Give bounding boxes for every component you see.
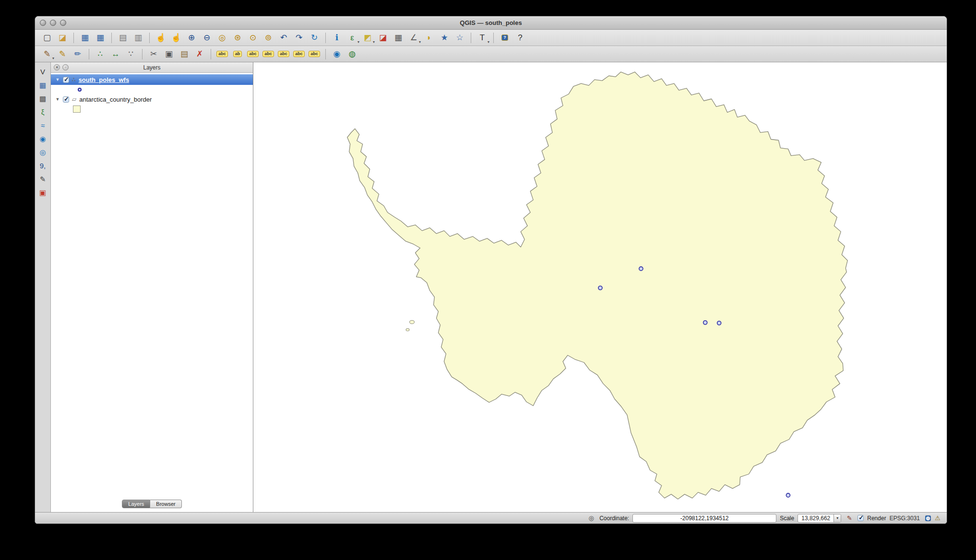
- label-highlight-icon[interactable]: abc: [292, 47, 306, 61]
- dropdown-caret-icon: [488, 40, 489, 44]
- help-icon[interactable]: ?: [498, 31, 512, 45]
- save-edits-icon[interactable]: ✏: [71, 47, 85, 61]
- open-project-icon[interactable]: ◪: [55, 31, 70, 45]
- save-project-as-icon[interactable]: ▦: [93, 31, 107, 45]
- node-tool-icon[interactable]: ∵: [124, 47, 138, 61]
- map-tips-icon[interactable]: ◗: [422, 31, 436, 45]
- title-bar[interactable]: QGIS — south_poles: [35, 16, 947, 30]
- delete-selected-icon[interactable]: ✗: [192, 47, 207, 61]
- add-spatialite-layer-icon[interactable]: ξ: [36, 105, 49, 118]
- status-lead-icons: ◎: [586, 513, 596, 523]
- labeling-icon[interactable]: abc: [215, 47, 229, 61]
- zoom-next-icon[interactable]: ↷: [292, 31, 306, 45]
- scale-dropdown-arrow-icon[interactable]: [833, 514, 841, 522]
- add-vector-layer-icon[interactable]: V: [36, 65, 49, 78]
- move-feature-icon[interactable]: ↔: [108, 47, 123, 61]
- zoom-to-layer-icon[interactable]: ⊚: [261, 31, 275, 45]
- layer-row[interactable]: ▱antarctica_country_border: [51, 94, 253, 105]
- layer-symbol-row: [51, 105, 253, 114]
- copy-features-icon[interactable]: ▣: [162, 47, 176, 61]
- current-edits-icon[interactable]: ✎: [40, 47, 54, 61]
- mouse-position-icon[interactable]: ◎: [586, 513, 596, 523]
- pen-icon[interactable]: ✎: [845, 513, 854, 523]
- layer-visibility-checkbox[interactable]: [63, 77, 69, 83]
- crs-status-icon[interactable]: ◍: [923, 513, 933, 523]
- pan-map-icon[interactable]: ☝: [154, 31, 168, 45]
- map-svg: [253, 62, 947, 512]
- label-pin-icon[interactable]: abc: [261, 47, 275, 61]
- zoom-to-selection-icon[interactable]: ⊙: [246, 31, 260, 45]
- add-wms-layer-icon[interactable]: ◉: [36, 132, 49, 145]
- map-canvas[interactable]: [253, 62, 947, 512]
- capture-point-icon[interactable]: ∴: [93, 47, 107, 61]
- point-layer-icon: ∴: [72, 76, 76, 83]
- log-messages-icon[interactable]: ⚠: [933, 513, 942, 523]
- toolbar-separator: [89, 49, 89, 59]
- whats-this-icon[interactable]: ?: [513, 31, 527, 45]
- remove-layer-icon[interactable]: ▣: [36, 186, 49, 199]
- layer-row[interactable]: ∴south_poles_wfs: [51, 74, 253, 85]
- pan-to-selection-icon[interactable]: ☝: [169, 31, 183, 45]
- toolbar-separator: [149, 33, 150, 43]
- label-properties-icon[interactable]: abc: [307, 47, 321, 61]
- scale-combo[interactable]: 13,829,662: [797, 514, 841, 523]
- toggle-editing-icon[interactable]: ✎: [55, 47, 70, 61]
- panel-close-button[interactable]: [54, 64, 60, 70]
- label-rotate-icon[interactable]: abc: [246, 47, 260, 61]
- toolbar-separator: [111, 33, 112, 43]
- add-postgis-layer-icon[interactable]: ▩: [36, 92, 49, 105]
- map-point: [786, 493, 790, 497]
- add-raster-layer-icon[interactable]: ▦: [36, 79, 49, 92]
- layers-globe-icon[interactable]: ◍: [345, 47, 359, 61]
- map-point: [717, 321, 721, 325]
- refresh-map-icon[interactable]: ↻: [307, 31, 321, 45]
- label-move-icon[interactable]: ab: [230, 47, 245, 61]
- new-bookmark-icon[interactable]: ★: [437, 31, 452, 45]
- expand-triangle-icon[interactable]: [55, 97, 60, 102]
- zoom-last-icon[interactable]: ↶: [276, 31, 291, 45]
- dropdown-caret-icon: [357, 40, 359, 44]
- label-show-hide-icon[interactable]: abc: [276, 47, 291, 61]
- layers-panel: Layers ∴south_poles_wfs▱antarctica_count…: [51, 62, 253, 512]
- window-title: QGIS — south_poles: [35, 16, 947, 30]
- toolbar-separator: [325, 33, 326, 43]
- measure-icon[interactable]: ∠: [406, 31, 421, 45]
- feature-action-icon[interactable]: ε: [345, 31, 359, 45]
- layer-visibility-checkbox[interactable]: [63, 96, 69, 103]
- new-project-icon[interactable]: ▢: [40, 31, 54, 45]
- new-shapefile-icon[interactable]: ✎: [36, 173, 49, 186]
- panel-detach-button[interactable]: [62, 64, 69, 70]
- add-wfs-layer-icon[interactable]: ◎: [36, 146, 49, 159]
- toolbar-separator: [211, 49, 211, 59]
- attribute-table-icon[interactable]: ▦: [391, 31, 405, 45]
- scale-label: Scale: [780, 515, 794, 522]
- map-point: [639, 267, 643, 270]
- add-mssql-layer-icon[interactable]: ≈: [36, 119, 49, 132]
- cut-features-icon[interactable]: ✂: [146, 47, 161, 61]
- render-checkbox[interactable]: [857, 515, 864, 521]
- add-delimited-text-icon[interactable]: 9,: [36, 159, 49, 172]
- save-project-icon[interactable]: ▦: [78, 31, 92, 45]
- zoom-actual-size-icon[interactable]: ◎: [215, 31, 229, 45]
- dropdown-caret-icon: [419, 40, 421, 44]
- islet: [410, 320, 415, 324]
- identify-icon[interactable]: ℹ: [330, 31, 344, 45]
- tab-browser[interactable]: Browser: [150, 500, 181, 508]
- zoom-full-icon[interactable]: ⊛: [230, 31, 245, 45]
- deselect-features-icon[interactable]: ◪: [376, 31, 390, 45]
- tab-layers[interactable]: Layers: [122, 500, 150, 508]
- zoom-in-icon[interactable]: ⊕: [184, 31, 199, 45]
- layers-panel-header: Layers: [51, 62, 253, 73]
- paste-features-icon[interactable]: ▤: [177, 47, 191, 61]
- text-annotation-icon[interactable]: T: [475, 31, 489, 45]
- expand-triangle-icon[interactable]: [55, 77, 60, 82]
- print-composer-icon[interactable]: ▥: [131, 31, 145, 45]
- select-features-icon[interactable]: ◩: [360, 31, 375, 45]
- save-map-image-icon[interactable]: ▤: [116, 31, 130, 45]
- show-bookmarks-icon[interactable]: ☆: [452, 31, 467, 45]
- polygon-layer-icon: ▱: [72, 96, 76, 103]
- zoom-out-icon[interactable]: ⊖: [200, 31, 214, 45]
- coordinate-input[interactable]: [632, 514, 776, 523]
- globe-plugin-icon[interactable]: ◉: [330, 47, 344, 61]
- panel-buttons: [54, 64, 69, 70]
